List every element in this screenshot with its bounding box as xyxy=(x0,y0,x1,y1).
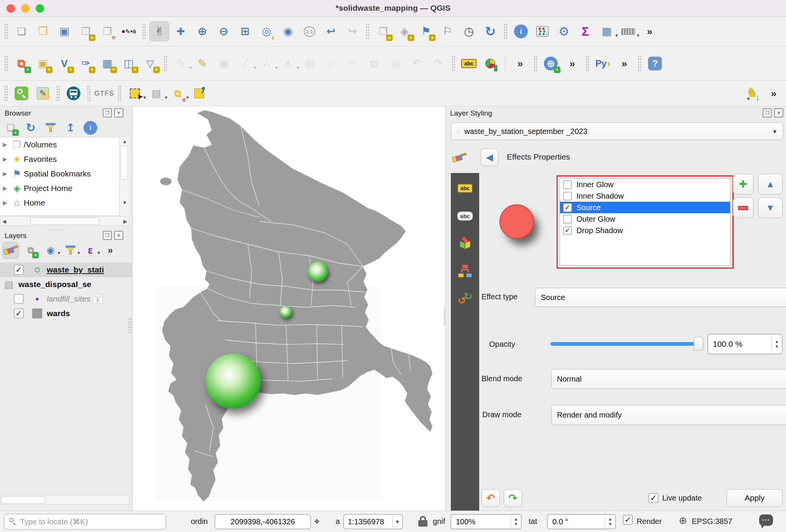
add-group-icon[interactable]: ⧉+ xyxy=(22,242,39,259)
browser-item-project-home[interactable]: ▶◈Project Home xyxy=(0,181,120,196)
redo-style-button[interactable]: ↷ xyxy=(504,489,522,507)
new-geopackage-layer-icon[interactable]: ▣✳ xyxy=(33,54,53,73)
layer-row-landfill-sites[interactable]: •landfill_sites xyxy=(0,292,133,306)
effect-type-combo[interactable]: Source ▼ xyxy=(535,288,786,307)
browser-item-home[interactable]: ▶⌂Home xyxy=(0,196,120,210)
apply-button[interactable]: Apply xyxy=(727,489,783,507)
move-effect-up-button[interactable]: ▲ xyxy=(758,174,783,194)
dock-resize-grip[interactable] xyxy=(128,318,131,333)
quick-map-services-icon[interactable]: ✎ xyxy=(33,83,53,103)
zoom-full-extent-icon[interactable]: ⊞ xyxy=(235,21,255,41)
gtfs-plugin-icon[interactable]: GTFS xyxy=(94,83,114,103)
opacity-slider[interactable] xyxy=(550,342,697,346)
label-toolbar-icon[interactable]: abc xyxy=(459,54,479,73)
move-effect-down-button[interactable]: ▼ xyxy=(758,197,783,218)
opacity-slider-handle[interactable] xyxy=(694,337,703,351)
style-manager-icon[interactable]: ●✎▪a xyxy=(119,21,139,41)
messages-icon[interactable]: ··· xyxy=(759,514,773,526)
new-shapefile-layer-icon[interactable]: V✳ xyxy=(54,54,74,73)
remove-effect-button[interactable] xyxy=(733,197,753,218)
transit-plugin-icon[interactable] xyxy=(64,83,84,103)
add-effect-button[interactable]: ✚ xyxy=(733,174,753,194)
label-pin-tool-icon[interactable] xyxy=(189,83,209,103)
copy-features-icon[interactable]: ⧉ xyxy=(364,54,384,73)
stepper-arrows[interactable]: ▲▼ xyxy=(605,515,615,529)
zoom-next-icon[interactable]: ↪ xyxy=(342,21,362,41)
paste-features-icon[interactable]: ▤ xyxy=(385,54,405,73)
expand-arrow-icon[interactable]: ▶ xyxy=(0,156,10,163)
filter-browser-icon[interactable] xyxy=(42,119,59,136)
overflow-3-icon[interactable]: » xyxy=(614,54,634,73)
expand-arrow-icon[interactable]: ▶ xyxy=(0,199,10,206)
current-edits-icon[interactable]: ✎▾ xyxy=(171,54,191,73)
web-menu-icon[interactable]: ⊕+ xyxy=(541,54,561,73)
zoom-to-selection-icon[interactable]: ◉ xyxy=(278,21,298,41)
mask-tab-icon[interactable]: abc xyxy=(454,207,476,224)
back-button[interactable]: ◀ xyxy=(481,149,498,166)
properties-info-icon[interactable]: i xyxy=(82,119,99,136)
scale-combo[interactable]: 1:1356978 ▼ xyxy=(343,514,403,529)
live-update-checkbox[interactable]: ✓ xyxy=(648,493,658,503)
new-print-layout-icon[interactable]: ❐✳ xyxy=(76,21,96,41)
bubble-large[interactable] xyxy=(206,354,261,409)
expand-arrow-icon[interactable]: ▶ xyxy=(0,170,10,177)
show-statistics-icon[interactable]: Σ xyxy=(575,21,595,41)
layer-checkbox[interactable] xyxy=(563,192,572,201)
zoom-last-icon[interactable]: ↩ xyxy=(321,21,341,41)
crs-label[interactable]: EPSG:3857 xyxy=(692,517,732,526)
delete-selected-icon[interactable]: ▯ xyxy=(321,54,341,73)
new-annotation-layer-icon[interactable]: ▽✳ xyxy=(140,54,160,73)
layer-checkbox[interactable] xyxy=(563,180,572,189)
temporal-controller-icon[interactable]: ◷ xyxy=(459,21,479,41)
redo-icon[interactable]: ↷ xyxy=(428,54,448,73)
zoom-out-icon[interactable]: ⊖ xyxy=(214,21,234,41)
attribute-table-icon[interactable]: ▦▾ xyxy=(597,21,617,41)
layer-row-waste-disposal-se[interactable]: ▤waste_disposal_se xyxy=(0,277,133,292)
browser-item-favorites[interactable]: ▶★Favorites xyxy=(0,152,120,166)
view-3d-tab-icon[interactable] xyxy=(454,235,476,252)
opacity-spinbox[interactable]: 100.0 % ▲▼ xyxy=(707,334,783,354)
new-spatial-bookmark-icon[interactable]: ⚑✳ xyxy=(416,21,436,41)
modify-attributes-icon[interactable]: ▤ xyxy=(300,54,319,73)
layout-manager-icon[interactable]: ❐⚒ xyxy=(97,21,117,41)
select-features-icon[interactable]: ➤▾ xyxy=(125,83,145,103)
lock-scale-icon[interactable] xyxy=(418,516,427,527)
styling-close-button[interactable]: ✕ xyxy=(774,108,783,117)
digitize-with-segment-icon[interactable]: ╱▾ xyxy=(235,54,255,73)
rotation-spinbox[interactable]: 0.0 ° ▲▼ xyxy=(547,514,616,529)
browser-close-button[interactable]: ✕ xyxy=(114,108,123,117)
layer-filter-icon[interactable] xyxy=(93,294,103,304)
undo-style-button[interactable]: ↶ xyxy=(481,489,500,507)
measure-icon[interactable]: ▾ xyxy=(618,21,638,41)
pan-map-icon[interactable]: ✌ xyxy=(149,21,169,41)
filter-by-expression-icon[interactable]: ε▾ xyxy=(82,242,99,259)
save-project-icon[interactable]: ▣ xyxy=(54,21,74,41)
manage-visibility-icon[interactable]: ◉▾ xyxy=(42,242,59,259)
overflow-1-icon[interactable]: » xyxy=(510,54,530,73)
symbology-tab-icon[interactable] xyxy=(454,263,476,279)
add-selected-layer-icon[interactable]: ❏+ xyxy=(2,119,19,136)
vertex-tool-icon[interactable]: ⋔▾ xyxy=(278,54,298,73)
draw-mode-combo[interactable]: Render and modify ▼ xyxy=(551,405,786,425)
osm-resource-download-icon[interactable]: ♞●↓ xyxy=(742,83,762,103)
history-tab-icon[interactable]: ↻↺ xyxy=(454,290,476,307)
layer-selector-combo[interactable]: ∴ waste_by_station_september _2023 ▼ xyxy=(451,122,783,140)
refresh-browser-icon[interactable]: ↻ xyxy=(22,119,39,136)
layer-row-wards[interactable]: ✓wards xyxy=(0,306,133,321)
advanced-digitizing-icon[interactable]: ∴▾ xyxy=(257,54,277,73)
blend-mode-combo[interactable]: Normal ▼ xyxy=(551,369,786,389)
zoom-to-layer-icon[interactable]: ◎▮ xyxy=(257,21,277,41)
layers-horizontal-scrollbar[interactable] xyxy=(0,495,129,505)
stepper-arrows[interactable]: ▲▼ xyxy=(511,515,521,529)
layers-float-button[interactable]: ❐ xyxy=(103,231,112,240)
toggle-editing-icon[interactable]: ✎ xyxy=(192,54,212,73)
overflow-2-icon[interactable]: » xyxy=(562,54,582,73)
layer-checkbox[interactable] xyxy=(14,294,24,304)
layer-style-tool-icon[interactable]: ▤▪▾ xyxy=(146,83,166,103)
new-3d-map-view-icon[interactable]: ◈✳ xyxy=(395,21,414,41)
map-canvas[interactable] xyxy=(133,106,445,511)
layer-row-waste-by-stati[interactable]: ✓waste_by_stati xyxy=(0,263,133,277)
layer-checkbox[interactable]: ✓ xyxy=(14,265,24,275)
filter-legend-icon[interactable]: ▾ xyxy=(62,242,79,259)
browser-horizontal-scrollbar[interactable]: ◀ ▶ xyxy=(0,216,129,226)
